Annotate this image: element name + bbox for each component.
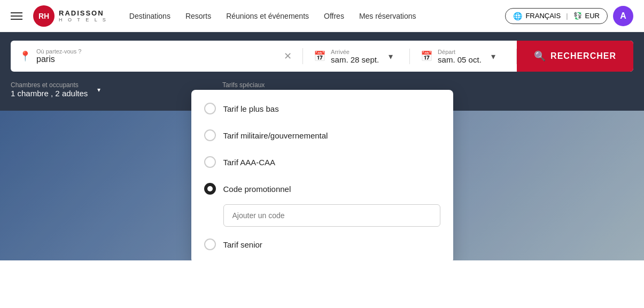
departure-calendar-icon: 📅: [421, 50, 432, 62]
nav-destinations[interactable]: Destinations: [129, 12, 170, 20]
destination-label: Où partez-vous ?: [36, 48, 282, 55]
arrival-date-area: Arrivée sam. 28 sept.: [331, 49, 379, 64]
dropdown-item-promo[interactable]: Code promotionnel: [191, 175, 453, 202]
tarifs-dropdown: Tarif le plus bas Tarif militaire/gouver…: [191, 90, 453, 260]
departure-chevron-icon: ▾: [491, 51, 495, 61]
hamburger-menu[interactable]: [11, 12, 22, 20]
nav-resorts[interactable]: Resorts: [185, 12, 211, 20]
header: RH RADISSON H O T E L S Destinations Res…: [0, 0, 644, 32]
departure-field[interactable]: 📅 Départ sam. 05 oct. ▾: [410, 49, 517, 64]
search-button[interactable]: 🔍 RECHERCHER: [517, 41, 633, 72]
search-bar: 📍 Où partez-vous ? ✕ 📅 Arrivée sam. 28 s…: [11, 41, 633, 72]
rooms-field[interactable]: Chambres et occupants 1 chambre , 2 adul…: [11, 77, 214, 102]
logo-icon: RH: [33, 5, 55, 27]
currency-label: EUR: [585, 12, 600, 20]
dropdown-item-aaa[interactable]: Tarif AAA-CAA: [191, 149, 453, 175]
currency-icon: 💱: [573, 12, 582, 20]
radio-aaa: [204, 156, 216, 168]
radio-promo-inner: [207, 186, 213, 191]
user-avatar[interactable]: A: [613, 6, 633, 26]
radio-lowest: [204, 103, 216, 114]
main-nav: Destinations Resorts Réunions et événeme…: [129, 12, 506, 20]
promo-input-container: [223, 204, 440, 227]
logo[interactable]: RH RADISSON H O T E L S: [33, 5, 108, 27]
location-icon: 📍: [19, 50, 31, 62]
rooms-text-area: Chambres et occupants 1 chambre , 2 adul…: [11, 81, 88, 98]
arrival-calendar-icon: 📅: [314, 50, 325, 62]
dropdown-item-lowest[interactable]: Tarif le plus bas: [191, 95, 453, 122]
language-label: FRANÇAIS: [525, 12, 561, 20]
radio-promo: [204, 183, 216, 195]
dropdown-item-military[interactable]: Tarif militaire/gouvernemental: [191, 122, 453, 149]
dropdown-label-aaa: Tarif AAA-CAA: [223, 158, 276, 167]
radio-senior: [204, 238, 216, 250]
arrival-chevron-icon: ▾: [389, 51, 393, 61]
departure-date-area: Départ sam. 05 oct.: [438, 49, 482, 64]
arrival-value: sam. 28 sept.: [331, 55, 379, 64]
header-right: 🌐 FRANÇAIS | 💱 EUR A: [505, 6, 633, 26]
dropdown-item-senior[interactable]: Tarif senior: [191, 231, 453, 258]
search-button-label: RECHERCHER: [550, 51, 616, 61]
departure-value: sam. 05 oct.: [438, 55, 482, 64]
arrival-label: Arrivée: [331, 49, 379, 55]
departure-label: Départ: [438, 49, 482, 55]
divider: |: [566, 12, 568, 20]
promo-code-input[interactable]: [223, 204, 440, 227]
page: RH RADISSON H O T E L S Destinations Res…: [0, 0, 644, 260]
rooms-label: Chambres et occupants: [11, 81, 88, 89]
destination-input[interactable]: [36, 55, 282, 64]
search-button-icon: 🔍: [534, 50, 546, 62]
nav-offers[interactable]: Offres: [324, 12, 344, 20]
destination-input-area: Où partez-vous ?: [36, 48, 282, 64]
dropdown-label-military: Tarif militaire/gouvernemental: [223, 131, 328, 140]
arrival-field[interactable]: 📅 Arrivée sam. 28 sept. ▾: [303, 49, 410, 64]
dropdown-label-senior: Tarif senior: [223, 240, 262, 249]
destination-field[interactable]: 📍 Où partez-vous ? ✕: [11, 48, 303, 64]
logo-text: RADISSON H O T E L S: [59, 9, 108, 23]
rooms-value: 1 chambre , 2 adultes: [11, 89, 88, 98]
globe-icon: 🌐: [513, 12, 522, 20]
language-currency-selector[interactable]: 🌐 FRANÇAIS | 💱 EUR: [505, 8, 608, 24]
nav-reservations[interactable]: Mes réservations: [359, 12, 416, 20]
tarifs-label: Tarifs spéciaux: [222, 81, 419, 89]
clear-destination-button[interactable]: ✕: [282, 48, 294, 64]
dropdown-label-promo: Code promotionnel: [223, 184, 291, 194]
radio-military: [204, 129, 216, 141]
nav-meetings[interactable]: Réunions et événements: [226, 12, 309, 20]
dropdown-label-lowest: Tarif le plus bas: [223, 104, 279, 113]
rooms-chevron-icon: ▾: [97, 86, 100, 94]
